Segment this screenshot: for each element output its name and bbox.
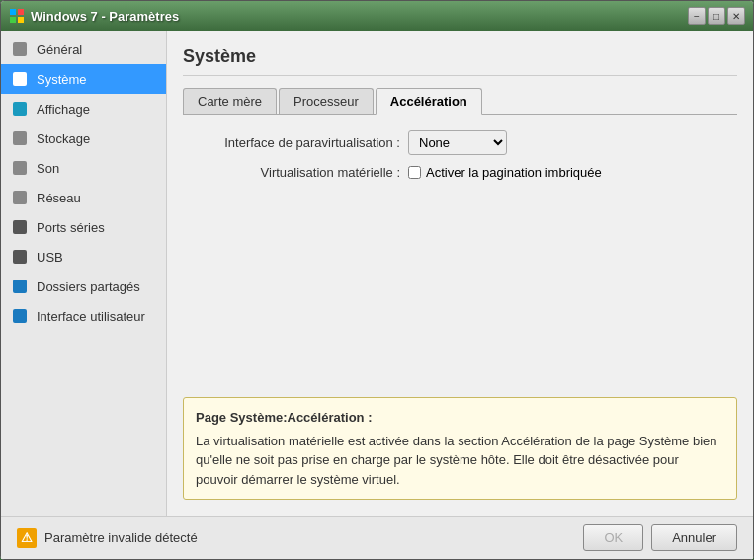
svg-rect-9 (13, 191, 27, 204)
reseau-icon (11, 189, 29, 206)
virt-row: Virtualisation matérielle : Activer la p… (183, 165, 737, 180)
paravirt-row: Interface de paravirtualisation : None D… (183, 130, 737, 155)
sidebar-item-label-son: Son (37, 161, 59, 176)
general-icon (11, 40, 29, 58)
warning-title: Page Système:Accélération : (196, 408, 724, 428)
sidebar-item-label-affichage: Affichage (37, 102, 90, 117)
window-title: Windows 7 - Paramètres (31, 9, 179, 24)
panel-title: Système (183, 46, 737, 76)
son-icon (11, 159, 29, 177)
bottom-bar: ⚠ Paramètre invalide détecté OK Annuler (1, 516, 753, 559)
status-text: Paramètre invalide détecté (44, 530, 198, 545)
svg-rect-6 (13, 102, 27, 116)
sidebar-item-ports[interactable]: Ports séries (1, 212, 166, 242)
title-bar-left: Windows 7 - Paramètres (9, 8, 179, 24)
warning-box: Page Système:Accélération : La virtualis… (183, 397, 737, 500)
sidebar-item-label-ports: Ports séries (37, 220, 105, 235)
ok-button[interactable]: OK (583, 524, 643, 551)
sidebar-item-label-dossiers: Dossiers partagés (37, 280, 140, 294)
systeme-icon (11, 70, 29, 88)
bottom-buttons: OK Annuler (583, 524, 737, 551)
warning-title-bold: Système:Accélération (230, 410, 365, 425)
interface-icon (11, 307, 29, 325)
svg-rect-5 (13, 72, 27, 86)
sidebar-item-son[interactable]: Son (1, 153, 166, 183)
svg-rect-3 (18, 17, 24, 23)
paravirt-label: Interface de paravirtualisation : (183, 135, 400, 150)
warning-text: La virtualisation matérielle est activée… (196, 432, 724, 490)
virt-label: Virtualisation matérielle : (183, 165, 400, 180)
sidebar-item-interface[interactable]: Interface utilisateur (1, 301, 166, 331)
sidebar-item-label-reseau: Réseau (37, 191, 81, 205)
main-window: Windows 7 - Paramètres − □ ✕ GénéralSyst… (0, 0, 754, 560)
svg-rect-8 (13, 161, 27, 175)
maximize-button[interactable]: □ (708, 7, 725, 25)
sidebar-item-systeme[interactable]: Système (1, 64, 166, 94)
tab-processeur[interactable]: Processeur (279, 88, 374, 114)
svg-rect-13 (13, 309, 27, 323)
sidebar-item-dossiers[interactable]: Dossiers partagés (1, 272, 166, 301)
tab-acceleration[interactable]: Accélération (376, 88, 482, 115)
sidebar-item-label-systeme: Système (37, 72, 87, 87)
svg-rect-1 (18, 9, 24, 15)
svg-rect-0 (10, 9, 16, 15)
sidebar-item-label-usb: USB (37, 250, 63, 265)
affichage-icon (11, 100, 29, 118)
tab-content: Interface de paravirtualisation : None D… (183, 130, 737, 500)
sidebar-item-label-stockage: Stockage (37, 131, 90, 146)
tabs-container: Carte mère Processeur Accélération (183, 88, 737, 115)
svg-rect-2 (10, 17, 16, 23)
title-bar: Windows 7 - Paramètres − □ ✕ (1, 1, 753, 31)
dossiers-icon (11, 278, 29, 295)
svg-rect-7 (13, 131, 27, 145)
sidebar-item-general[interactable]: Général (1, 35, 166, 64)
stockage-icon (11, 129, 29, 147)
cancel-button[interactable]: Annuler (651, 524, 737, 551)
svg-rect-4 (13, 42, 27, 56)
svg-rect-11 (13, 250, 27, 264)
virt-checkbox[interactable] (408, 166, 421, 179)
sidebar: GénéralSystèmeAffichageStockageSonRéseau… (1, 31, 167, 516)
bottom-left: ⚠ Paramètre invalide détecté (17, 528, 198, 548)
sidebar-item-usb[interactable]: USB (1, 242, 166, 272)
warning-icon: ⚠ (17, 528, 37, 548)
ports-icon (11, 218, 29, 236)
window-icon (9, 8, 25, 24)
sidebar-item-label-general: Général (37, 42, 82, 57)
svg-rect-10 (13, 220, 27, 234)
tab-carte-mere[interactable]: Carte mère (183, 88, 277, 114)
main-panel: Système Carte mère Processeur Accélérati… (167, 31, 753, 516)
content-area: GénéralSystèmeAffichageStockageSonRéseau… (1, 31, 753, 516)
sidebar-item-reseau[interactable]: Réseau (1, 183, 166, 212)
virt-checkbox-label: Activer la pagination imbriquée (426, 165, 602, 180)
minimize-button[interactable]: − (688, 7, 706, 25)
usb-icon (11, 248, 29, 266)
spacer (183, 190, 737, 389)
sidebar-item-label-interface: Interface utilisateur (37, 309, 145, 324)
sidebar-item-stockage[interactable]: Stockage (1, 123, 166, 153)
title-buttons: − □ ✕ (688, 7, 745, 25)
sidebar-item-affichage[interactable]: Affichage (1, 94, 166, 123)
close-button[interactable]: ✕ (727, 7, 745, 25)
svg-rect-12 (13, 280, 27, 293)
paravirt-select[interactable]: None Default Legacy Minimal HyperV KVM (408, 130, 507, 155)
